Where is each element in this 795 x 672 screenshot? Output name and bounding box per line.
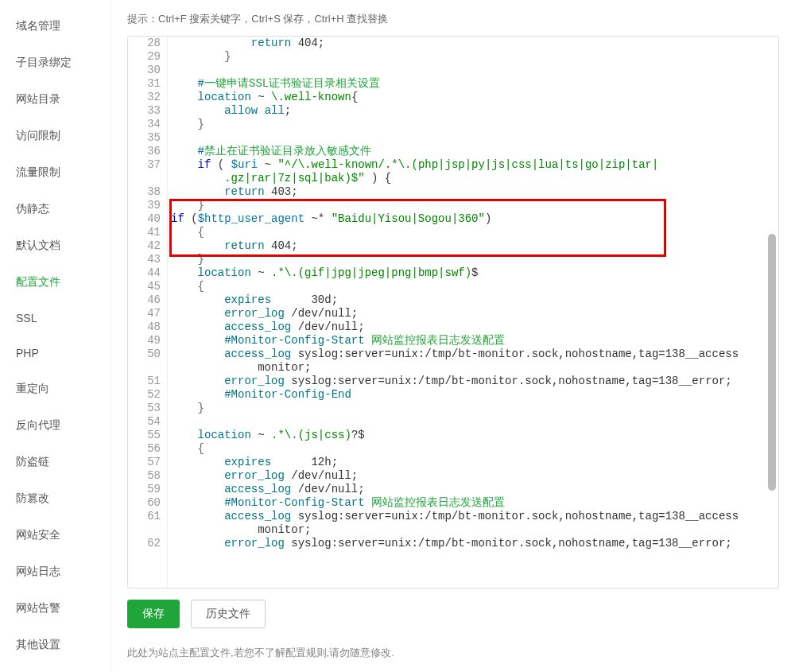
code-line[interactable]: access_log syslog:server=unix:/tmp/bt-mo… [171,510,775,523]
sidebar-item-8[interactable]: SSL [0,301,111,336]
shortcut-hint: 提示：Ctrl+F 搜索关键字，Ctrl+S 保存，Ctrl+H 查找替换 [127,12,779,26]
code-line[interactable]: { [171,442,775,456]
code-line[interactable]: monitor; [171,361,775,375]
sidebar-item-15[interactable]: 网站日志 [0,554,111,590]
sidebar-item-5[interactable]: 伪静态 [0,191,111,227]
code-line[interactable]: } [171,199,775,212]
code-line[interactable]: if ( $uri ~ "^/\.well-known/.*\.(php|jsp… [171,158,775,172]
code-line[interactable]: location ~ .*\.(gif|jpg|jpeg|png|bmp|swf… [171,266,775,280]
code-line[interactable]: return 403; [171,185,775,199]
code-line[interactable]: return 404; [171,239,775,253]
code-line[interactable]: { [171,226,775,239]
sidebar-item-4[interactable]: 流量限制 [0,154,111,191]
code-line[interactable]: access_log /dev/null; [171,320,775,334]
footer-hint: 此处为站点主配置文件,若您不了解配置规则,请勿随意修改. [127,646,779,660]
code-content[interactable]: return 404; } #一键申请SSL证书验证目录相关设置 locatio… [168,37,778,588]
code-line[interactable] [171,64,775,77]
line-gutter: 2829303132333435363738394041424344454647… [128,37,168,588]
sidebar-item-6[interactable]: 默认文档 [0,227,111,264]
sidebar-item-13[interactable]: 防篡改 [0,480,111,517]
sidebar-item-7[interactable]: 配置文件 [0,264,111,301]
code-line[interactable]: monitor; [171,523,775,537]
code-line[interactable]: access_log syslog:server=unix:/tmp/bt-mo… [171,348,775,361]
sidebar-item-10[interactable]: 重定向 [0,371,111,407]
sidebar-item-2[interactable]: 网站目录 [0,81,111,118]
code-line[interactable]: error_log /dev/null; [171,307,775,320]
code-line[interactable]: error_log /dev/null; [171,469,775,483]
scrollbar-thumb[interactable] [768,234,776,491]
save-button[interactable]: 保存 [127,600,180,628]
button-row: 保存 历史文件 [127,600,779,628]
code-editor[interactable]: 2829303132333435363738394041424344454647… [127,36,779,588]
code-line[interactable]: return 404; [171,37,775,50]
sidebar: 域名管理子目录绑定网站目录访问限制流量限制伪静态默认文档配置文件SSLPHP重定… [0,0,111,672]
code-line[interactable]: expires 12h; [171,456,775,469]
code-line[interactable]: } [171,50,775,64]
code-line[interactable]: error_log syslog:server=unix:/tmp/bt-mon… [171,537,775,550]
code-line[interactable]: access_log /dev/null; [171,483,775,496]
code-line[interactable]: #Monitor-Config-Start 网站监控报表日志发送配置 [171,496,775,510]
code-line[interactable]: } [171,253,775,266]
code-line[interactable]: #Monitor-Config-End [171,388,775,402]
code-line[interactable]: #一键申请SSL证书验证目录相关设置 [171,77,775,91]
code-line[interactable]: } [171,118,775,131]
code-line[interactable]: location ~ .*\.(js|css)?$ [171,429,775,442]
code-line[interactable]: error_log syslog:server=unix:/tmp/bt-mon… [171,375,775,388]
code-line[interactable] [171,415,775,429]
code-line[interactable]: location ~ \.well-known{ [171,91,775,104]
code-line[interactable]: if ($http_user_agent ~* "Baidu|Yisou|Sog… [171,212,775,226]
sidebar-item-3[interactable]: 访问限制 [0,118,111,154]
sidebar-item-14[interactable]: 网站安全 [0,517,111,554]
sidebar-item-0[interactable]: 域名管理 [0,8,111,45]
sidebar-item-12[interactable]: 防盗链 [0,444,111,480]
code-line[interactable]: #禁止在证书验证目录放入敏感文件 [171,145,775,158]
code-line[interactable]: } [171,402,775,415]
history-button[interactable]: 历史文件 [191,600,266,628]
code-line[interactable] [171,131,775,145]
sidebar-item-9[interactable]: PHP [0,336,111,371]
sidebar-item-1[interactable]: 子目录绑定 [0,45,111,81]
code-line[interactable]: .gz|rar|7z|sql|bak)$" ) { [171,172,775,185]
sidebar-item-17[interactable]: 其他设置 [0,627,111,663]
code-line[interactable]: { [171,280,775,293]
code-line[interactable]: #Monitor-Config-Start 网站监控报表日志发送配置 [171,334,775,348]
sidebar-item-16[interactable]: 网站告警 [0,590,111,627]
code-line[interactable]: allow all; [171,104,775,118]
sidebar-item-11[interactable]: 反向代理 [0,407,111,444]
code-line[interactable]: expires 30d; [171,293,775,307]
main-panel: 提示：Ctrl+F 搜索关键字，Ctrl+S 保存，Ctrl+H 查找替换 28… [111,0,795,672]
